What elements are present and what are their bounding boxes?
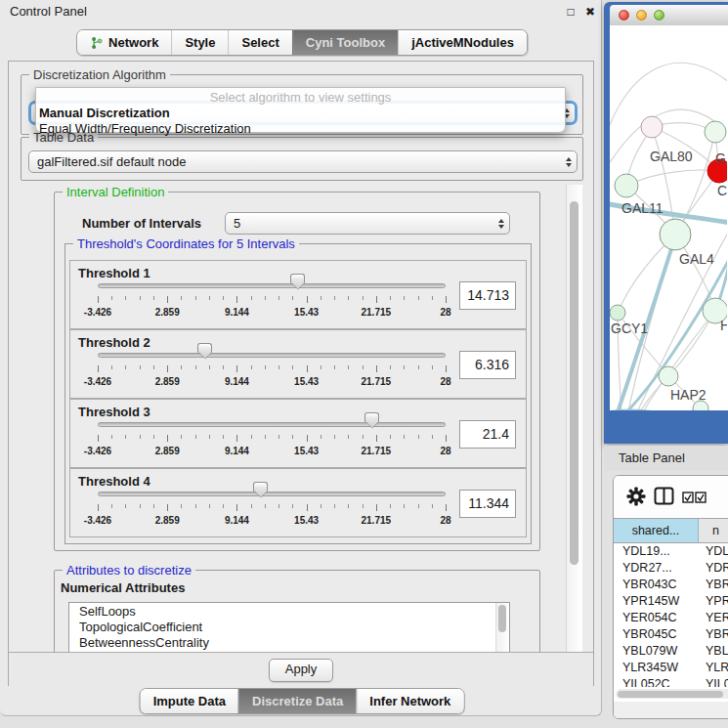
apply-button[interactable]: Apply xyxy=(269,659,333,682)
cell-shared-name[interactable]: YDR27... xyxy=(614,560,699,577)
close-traffic-light-icon[interactable] xyxy=(619,10,629,21)
slider-ticks xyxy=(98,504,446,512)
cell-shared-name[interactable]: YDL19... xyxy=(614,543,699,560)
settings-scroll-area: Interval Definition Number of Intervals … xyxy=(15,185,581,652)
column-header-name[interactable]: n xyxy=(699,519,728,542)
node[interactable] xyxy=(615,174,638,197)
dropdown-option-equal-width-frequency[interactable]: Equal Width/Frequency Discretization xyxy=(36,120,565,136)
cell-name[interactable]: YLR3 xyxy=(699,660,728,676)
table-row[interactable]: YPR145WYPR1 xyxy=(614,593,728,610)
dropdown-hint: Select algorithm to view settings xyxy=(36,88,565,105)
node[interactable] xyxy=(610,305,625,321)
threshold-slider[interactable]: -3.4262.8599.14415.4321.71528 xyxy=(98,469,446,537)
node-label: GAL4 xyxy=(679,251,714,267)
settings-vertical-scrollbar[interactable] xyxy=(566,185,582,652)
table-data-combobox[interactable]: galFiltered.sif default node xyxy=(28,150,578,173)
table-row[interactable]: YBL079WYBL0 xyxy=(614,643,728,660)
slider-track[interactable] xyxy=(98,422,446,427)
split-columns-icon[interactable] xyxy=(654,487,674,509)
slider-thumb[interactable] xyxy=(197,343,212,353)
tab-select[interactable]: Select xyxy=(228,30,291,55)
control-panel-titlebar: Control Panel □ ✖ xyxy=(0,0,601,23)
apply-strip: Apply xyxy=(9,652,593,687)
dropdown-option-manual-discretization[interactable]: Manual Discretization xyxy=(36,105,565,120)
table-row[interactable]: YLR345WYLR3 xyxy=(614,660,728,676)
algorithm-dropdown-popup: Select algorithm to view settings Manual… xyxy=(35,87,566,133)
float-window-icon[interactable]: □ xyxy=(563,4,578,20)
cell-name[interactable]: YPR1 xyxy=(699,593,728,610)
network-view-window: GAL80 GA C GAL11 GAL4 GCY1 H HAP2 xyxy=(604,2,728,444)
select-columns-checkboxes-icon[interactable] xyxy=(682,490,707,507)
table-row[interactable]: YDL19...YDL1 xyxy=(614,543,728,560)
threshold-value-field[interactable]: 14.713 xyxy=(459,281,516,310)
cell-name[interactable]: YDL1 xyxy=(699,543,728,560)
tab-style[interactable]: Style xyxy=(171,30,228,55)
table-row[interactable]: YBR043CYBR0 xyxy=(614,577,728,593)
node[interactable] xyxy=(641,116,663,138)
slider-tick-labels: -3.4262.8599.14415.4321.71528 xyxy=(98,376,446,388)
cell-name[interactable]: YDR2 xyxy=(699,560,728,577)
attribute-list-item[interactable]: TopologicalCoefficient xyxy=(69,619,509,634)
cell-shared-name[interactable]: YER054C xyxy=(614,610,699,626)
network-canvas[interactable]: GAL80 GA C GAL11 GAL4 GCY1 H HAP2 xyxy=(610,25,728,410)
table-row[interactable]: YBR045CYBR0 xyxy=(614,626,728,643)
minimize-traffic-light-icon[interactable] xyxy=(636,10,647,21)
node-label: GA xyxy=(715,150,727,166)
cell-shared-name[interactable]: YBR043C xyxy=(614,577,699,593)
scrollbar-thumb[interactable] xyxy=(618,691,723,698)
close-window-icon[interactable]: ✖ xyxy=(582,4,598,20)
node[interactable] xyxy=(659,366,678,386)
slider-track[interactable] xyxy=(98,353,446,358)
tab-cyni-toolbox[interactable]: Cyni Toolbox xyxy=(292,30,398,55)
combo-value: 5 xyxy=(226,216,493,231)
table-panel-title: Table Panel xyxy=(619,450,685,465)
slider-thumb[interactable] xyxy=(290,274,305,283)
tab-infer-network[interactable]: Infer Network xyxy=(356,689,463,713)
cell-name[interactable]: YIL0 xyxy=(699,676,728,687)
threshold-slider[interactable]: -3.4262.8599.14415.4321.71528 xyxy=(98,261,446,329)
number-of-intervals-combobox[interactable]: 5 xyxy=(225,212,510,235)
table-row[interactable]: YDR27...YDR2 xyxy=(614,560,728,577)
tab-network[interactable]: Network xyxy=(77,30,171,55)
cell-shared-name[interactable]: YPR145W xyxy=(614,593,699,610)
slider-track[interactable] xyxy=(98,283,446,288)
node[interactable] xyxy=(705,121,726,143)
slider-track[interactable] xyxy=(98,492,446,496)
zoom-traffic-light-icon[interactable] xyxy=(654,10,664,21)
tab-discretize-data[interactable]: Discretize Data xyxy=(238,689,356,713)
attribute-list-item[interactable]: SelfLoops xyxy=(69,603,509,619)
table-header-row: shared... n xyxy=(614,518,728,543)
scrollbar-thumb[interactable] xyxy=(498,605,506,632)
cell-shared-name[interactable]: YBL079W xyxy=(614,643,699,660)
threshold-value-field[interactable]: 11.344 xyxy=(459,490,516,518)
table-horizontal-scrollbar[interactable] xyxy=(616,689,728,699)
attributes-list[interactable]: SelfLoopsTopologicalCoefficientBetweenne… xyxy=(68,602,510,652)
tab-impute-data[interactable]: Impute Data xyxy=(141,689,238,713)
gear-icon[interactable] xyxy=(626,487,646,510)
cell-name[interactable]: YER0 xyxy=(699,610,728,626)
cell-name[interactable]: YBR0 xyxy=(699,577,728,593)
attribute-list-item[interactable]: BetweennessCentrality xyxy=(69,634,509,650)
cell-shared-name[interactable]: YBR045C xyxy=(614,626,699,643)
column-header-shared-name[interactable]: shared... xyxy=(614,519,699,542)
slider-thumb[interactable] xyxy=(253,482,268,492)
table-row[interactable]: YIL052CYIL0 xyxy=(614,676,728,687)
threshold-slider[interactable]: -3.4262.8599.14415.4321.71528 xyxy=(98,400,446,468)
table-data-group: Table Data galFiltered.sif default node xyxy=(21,137,583,181)
table-row[interactable]: YER054CYER0 xyxy=(614,610,728,626)
threshold-slider[interactable]: -3.4262.8599.14415.4321.71528 xyxy=(98,330,446,399)
threshold-value-field[interactable]: 6.316 xyxy=(459,351,516,379)
table-rows: YDL19...YDL1YDR27...YDR2YBR043CYBR0YPR14… xyxy=(614,543,728,687)
cell-name[interactable]: YBR0 xyxy=(699,626,728,643)
node-label: HAP2 xyxy=(670,387,707,403)
table-panel-titlebar: Table Panel xyxy=(604,446,728,471)
scrollbar-thumb[interactable] xyxy=(570,201,578,565)
threshold-value-field[interactable]: 21.4 xyxy=(459,420,516,449)
cell-shared-name[interactable]: YLR345W xyxy=(614,660,699,676)
cell-shared-name[interactable]: YIL052C xyxy=(614,676,699,687)
slider-thumb[interactable] xyxy=(364,412,379,422)
attributes-list-scrollbar[interactable] xyxy=(495,603,509,652)
tab-jactivemnodules[interactable]: jActiveMNodules xyxy=(398,30,527,55)
cell-name[interactable]: YBL0 xyxy=(699,643,728,660)
node[interactable] xyxy=(660,219,691,250)
